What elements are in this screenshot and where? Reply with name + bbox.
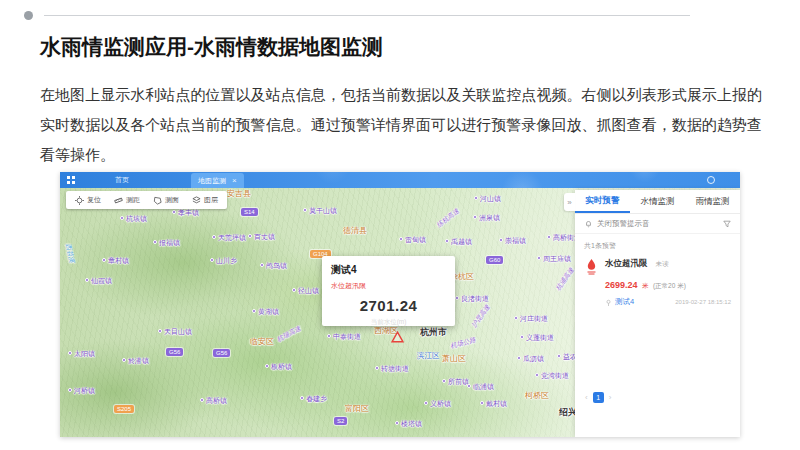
map-district-label: 安吉县 <box>227 190 251 198</box>
road-badge: G56 <box>166 348 183 356</box>
map-town-label: 於潜镇 <box>122 357 149 364</box>
map-town-label: 崇福镇 <box>499 237 526 244</box>
pagination-prev-icon[interactable]: ‹ <box>585 393 588 402</box>
station-icon <box>605 299 612 306</box>
map-town-label: 瓜沥镇 <box>517 355 544 362</box>
toolbar-measure-area-label: 测面 <box>165 195 179 205</box>
map-town-label: 径山镇 <box>292 287 319 294</box>
map-town-label: 雷甸镇 <box>399 236 426 243</box>
panel-collapse-button[interactable]: » <box>564 193 575 211</box>
map-town-label: 河庄街道 <box>514 315 548 322</box>
ruler-icon <box>114 196 123 205</box>
panel-tab-realtime-alert[interactable]: 实时预警 <box>575 190 630 213</box>
tab-home[interactable]: 首页 <box>82 172 162 188</box>
map-town-label: 天荒坪镇 <box>212 234 246 241</box>
map-town-label: 楼塔镇 <box>395 420 422 427</box>
toolbar-reset-label: 复位 <box>87 195 101 205</box>
map-river-label: 西苕溪 <box>65 243 75 263</box>
map-town-label: 洲泉镇 <box>473 214 500 221</box>
toolbar-reset-button[interactable]: 复位 <box>75 195 101 205</box>
map-district-label: 萧山区 <box>442 355 466 363</box>
map-toolbar: 复位测距测面图层 <box>66 191 227 209</box>
map-town-label: 中泰街道 <box>327 333 361 340</box>
area-icon <box>153 196 162 205</box>
map-town-label: 百丈镇 <box>248 233 275 240</box>
toolbar-measure-area-button[interactable]: 测面 <box>153 195 179 205</box>
road-badge: G60 <box>486 256 503 264</box>
map-town-label: 天目山镇 <box>158 328 192 335</box>
map-road-label: 杭浦高速 <box>555 267 575 292</box>
map-town-label: 转塘街道 <box>375 365 409 372</box>
pagination-next-icon[interactable]: › <box>609 393 612 402</box>
map-town-label: 春建乡 <box>300 395 327 402</box>
map-town-label: 周王庙镇 <box>537 255 571 262</box>
map-town-label: 戴村镇 <box>480 400 507 407</box>
map-town-label: 孝丰镇 <box>172 209 199 216</box>
mute-alert-label: 关闭预警提示音 <box>597 219 650 229</box>
alert-station-link[interactable]: 测试4 <box>615 297 634 307</box>
road-badge: S2 <box>334 417 347 425</box>
alert-unit: 米 <box>642 282 649 289</box>
road-badge: G56 <box>213 349 230 357</box>
alert-count-label: 共1条预警 <box>575 234 740 251</box>
road-badge: S14 <box>241 208 258 216</box>
mute-alert-row[interactable]: 关闭预警提示音 <box>575 214 740 234</box>
map-district-label: 临安区 <box>250 338 274 346</box>
toolbar-layers-label: 图层 <box>204 195 218 205</box>
map-town-label: 杭垓镇 <box>120 215 147 222</box>
layers-icon <box>192 196 201 205</box>
tab-map-monitor-label: 地图监测 <box>198 173 226 188</box>
map-town-label: 黄湖镇 <box>252 308 279 315</box>
map-town-label: 良渚街道 <box>455 295 489 302</box>
map-town-label: 板桥镇 <box>265 363 292 370</box>
toolbar-measure-distance-button[interactable]: 测距 <box>114 195 140 205</box>
slide-bullet-dot <box>24 11 33 20</box>
slide-body-text: 在地图上显示水利站点的位置以及站点信息，包括当前数据以及关联监控点视频。右侧以列… <box>40 80 762 170</box>
map-district-label: 德清县 <box>343 227 367 235</box>
close-tab-icon[interactable]: × <box>232 177 237 185</box>
map-town-label: 党湾街道 <box>535 372 569 379</box>
alert-station-marker[interactable] <box>391 329 404 347</box>
user-avatar-icon[interactable] <box>707 176 715 184</box>
filter-icon[interactable] <box>723 220 731 228</box>
map-district-label: 柯桥区 <box>525 392 549 400</box>
popup-alert-text: 水位超汛限 <box>331 281 446 291</box>
alert-normal-range: (正常20 米) <box>653 282 686 289</box>
tab-map-monitor[interactable]: 地图监测 × <box>191 173 244 188</box>
popup-value-label: 当前水位(m) <box>331 318 446 327</box>
map-town-label: 义桥镇 <box>424 400 451 407</box>
map-town-label: 临浦镇 <box>467 383 494 390</box>
alert-body: 水位超汛限 未读 2699.24 米 (正常20 米) 测试4 <box>605 258 731 307</box>
panel-tab-water-monitor[interactable]: 水情监测 <box>630 190 685 213</box>
tab-home-label: 首页 <box>115 176 129 183</box>
map-town-label: 报福镇 <box>153 239 180 246</box>
map-area-label: 滨江区 <box>417 352 440 360</box>
app-screenshot: 首页 地图监测 × 复位测距测面图层 安吉县孝丰镇杭垓镇莫干山镇报福镇章村镇仙霞… <box>60 172 740 437</box>
popup-station-name: 测试4 <box>331 263 446 277</box>
map-town-label: 禹越镇 <box>445 238 472 245</box>
header-divider <box>44 15 690 16</box>
map-town-label: 高桥镇 <box>200 397 227 404</box>
alert-panel: » 实时预警水情监测雨情监测 关闭预警提示音 共1条预警 <box>575 190 740 437</box>
station-popup: 测试4 水位超汛限 2701.24 当前水位(m) <box>322 256 455 326</box>
map-city-label: 杭州市 <box>420 328 447 337</box>
map-town-label: 莫干山镇 <box>303 207 337 214</box>
map-town-label: 山川乡 <box>210 257 237 264</box>
toolbar-layers-button[interactable]: 图层 <box>192 195 218 205</box>
page-title: 水雨情监测应用-水雨情数据地图监测 <box>40 33 383 61</box>
map-town-label: 河山镇 <box>474 195 501 202</box>
alert-list-item[interactable]: 水位超汛限 未读 2699.24 米 (正常20 米) 测试4 <box>575 251 740 307</box>
pagination-page-1[interactable]: 1 <box>593 392 604 403</box>
panel-tab-rain-monitor[interactable]: 雨情监测 <box>685 190 740 213</box>
panel-tabs: 实时预警水情监测雨情监测 <box>575 190 740 214</box>
map-town-label: 太阳镇 <box>68 350 95 357</box>
apps-grid-icon[interactable] <box>67 176 75 184</box>
map-road-label: 练杭高速 <box>436 208 460 229</box>
pagination: ‹ 1 › <box>585 392 611 403</box>
popup-water-level-value: 2701.24 <box>331 297 446 314</box>
map-town-label: 章村镇 <box>102 257 129 264</box>
map-district-label: 富阳区 <box>345 405 369 413</box>
map-road-label: 机场公路 <box>450 337 477 350</box>
map-road-label: 杭瑞高速 <box>276 325 302 343</box>
crosshair-icon <box>75 196 84 205</box>
